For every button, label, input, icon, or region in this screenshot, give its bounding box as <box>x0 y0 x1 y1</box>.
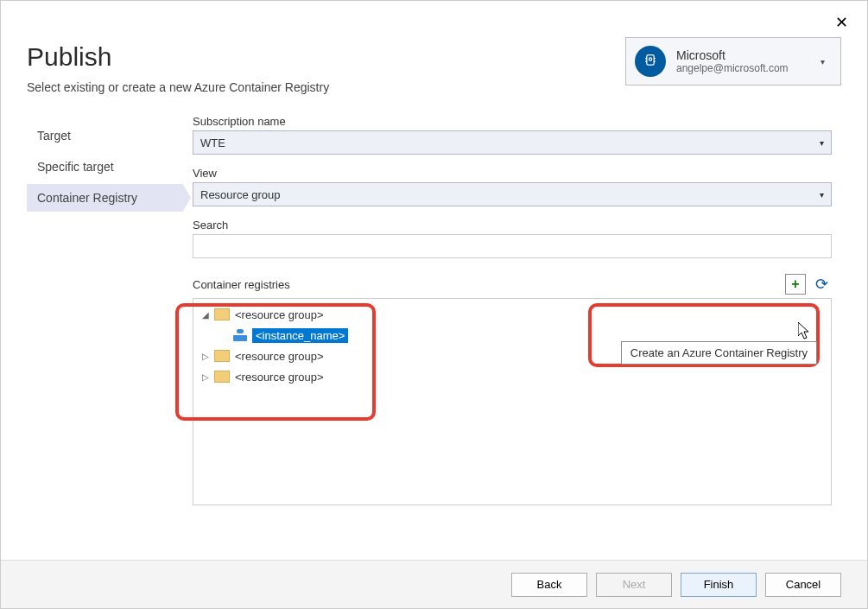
account-email: angelpe@microsoft.com <box>676 62 820 74</box>
child-label: <instance_name> <box>252 328 348 343</box>
expander-closed-icon[interactable]: ▷ <box>202 352 214 361</box>
chevron-down-icon: ▾ <box>820 57 825 67</box>
node-label: <resource group> <box>235 350 324 363</box>
svg-point-1 <box>649 58 651 60</box>
view-dropdown[interactable]: Resource group ▾ <box>193 182 832 206</box>
search-label: Search <box>193 219 841 232</box>
refresh-icon: ⟳ <box>815 275 828 294</box>
next-button: Next <box>596 573 672 597</box>
account-selector[interactable]: Microsoft angelpe@microsoft.com ▾ <box>625 37 841 86</box>
view-value: Resource group <box>200 188 281 201</box>
cancel-button[interactable]: Cancel <box>765 573 841 597</box>
chevron-down-icon: ▾ <box>820 190 824 200</box>
view-label: View <box>193 167 841 180</box>
tree-label: Container registries <box>193 278 290 291</box>
expander-open-icon[interactable]: ◢ <box>202 310 214 320</box>
chevron-down-icon: ▾ <box>820 138 824 148</box>
subscription-value: WTE <box>200 136 225 149</box>
search-input[interactable] <box>193 234 832 258</box>
wizard-steps: Target Specific target Container Registr… <box>27 113 182 505</box>
account-avatar-icon <box>635 46 666 77</box>
container-registry-icon <box>233 329 247 341</box>
svg-rect-0 <box>647 55 654 66</box>
form-area: Subscription name WTE ▾ View Resource gr… <box>193 113 841 505</box>
step-container-registry[interactable]: Container Registry <box>27 184 182 212</box>
folder-icon <box>214 350 230 362</box>
subscription-label: Subscription name <box>193 115 841 128</box>
folder-icon <box>214 371 230 383</box>
refresh-button[interactable]: ⟳ <box>811 274 832 295</box>
add-registry-tooltip: Create an Azure Container Registry <box>621 341 817 365</box>
back-button[interactable]: Back <box>511 573 587 597</box>
tree-node-collapsed[interactable]: ▷ <resource group> <box>197 366 827 387</box>
folder-icon <box>214 308 230 320</box>
close-icon[interactable]: ✕ <box>835 13 848 32</box>
dialog-footer: Back Next Finish Cancel <box>1 560 867 608</box>
subscription-dropdown[interactable]: WTE ▾ <box>193 130 832 155</box>
registry-tree[interactable]: ◢ <resource group> <instance_name> ▷ <re… <box>193 298 832 505</box>
tree-node-expanded[interactable]: ◢ <resource group> <box>197 304 827 325</box>
account-name: Microsoft <box>676 48 820 62</box>
step-target[interactable]: Target <box>27 122 182 149</box>
step-specific-target[interactable]: Specific target <box>27 153 182 181</box>
expander-closed-icon[interactable]: ▷ <box>202 372 214 382</box>
add-registry-button[interactable]: + <box>785 274 806 295</box>
node-label: <resource group> <box>235 371 324 384</box>
node-label: <resource group> <box>235 308 324 321</box>
finish-button[interactable]: Finish <box>681 573 757 597</box>
plus-icon: + <box>791 276 799 292</box>
